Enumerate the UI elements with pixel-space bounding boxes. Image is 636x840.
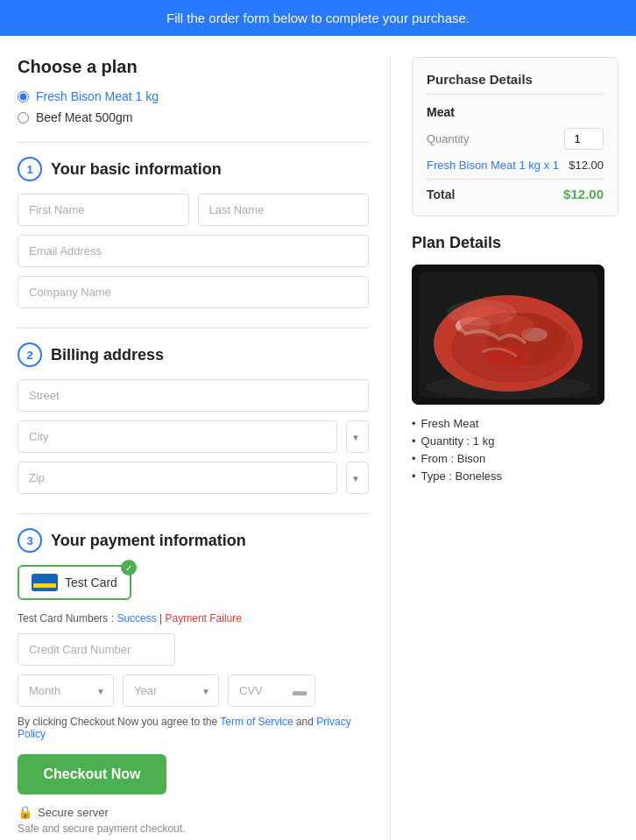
total-label: Total: [427, 187, 455, 201]
company-row: [18, 276, 369, 308]
country-select[interactable]: Country United States United Kingdom: [346, 420, 369, 453]
step3-section: 3 Your payment information Test Card ✓ T…: [18, 528, 369, 835]
expiry-cvv-row: Month 01 02 Year 2024 2025 ▬: [18, 674, 369, 707]
zip-input[interactable]: [18, 462, 337, 494]
year-select[interactable]: Year 2024 2025: [123, 674, 219, 707]
cvv-card-icon: ▬: [293, 683, 307, 699]
month-select[interactable]: Month 01 02: [18, 674, 114, 707]
meat-tray-svg: [412, 265, 604, 405]
step2-title: Billing address: [51, 346, 164, 364]
checkout-button[interactable]: Checkout Now: [18, 754, 166, 794]
check-badge: ✓: [121, 560, 137, 575]
plan-label-beef: Beef Meat 500gm: [36, 110, 133, 124]
item-name: Fresh Bison Meat 1 kg x 1: [427, 159, 559, 172]
plan-bullet-item: Type : Boneless: [412, 469, 618, 483]
card-option[interactable]: Test Card ✓: [18, 565, 131, 600]
state-wrapper: -: [346, 462, 369, 494]
divider-2: [18, 328, 369, 328]
quantity-label: Quantity: [427, 132, 469, 145]
year-wrapper: Year 2024 2025: [123, 674, 219, 707]
safe-text: Safe and secure payment checkout.: [18, 822, 369, 835]
city-input[interactable]: [18, 420, 337, 453]
city-country-row: Country United States United Kingdom: [18, 420, 369, 453]
company-input[interactable]: [18, 276, 369, 308]
success-link[interactable]: Success: [117, 612, 156, 625]
meat-image: [412, 265, 604, 405]
choose-plan-title: Choose a plan: [18, 57, 369, 77]
meat-label: Meat: [427, 105, 604, 119]
email-input[interactable]: [18, 235, 369, 267]
plan-bullets: Fresh MeatQuantity : 1 kgFrom : BisonTyp…: [412, 417, 618, 483]
total-row: Total $12.00: [427, 187, 604, 201]
plan-bullet-item: Quantity : 1 kg: [412, 434, 618, 448]
right-panel: Purchase Details Meat Quantity Fresh Bis…: [391, 57, 618, 840]
test-card-numbers: Test Card Numbers : Success | Payment Fa…: [18, 612, 369, 625]
plan-label-bison: Fresh Bison Meat 1 kg: [36, 89, 159, 103]
svg-point-12: [447, 300, 517, 326]
plan-option-bison[interactable]: Fresh Bison Meat 1 kg: [18, 89, 369, 103]
plan-details-section: Plan Details: [412, 234, 618, 483]
name-row: [18, 194, 369, 226]
total-price: $12.00: [563, 187, 604, 201]
email-row: [18, 235, 369, 267]
step1-title: Your basic information: [51, 160, 222, 179]
divider-1: [18, 142, 369, 143]
card-label: Test Card: [65, 575, 117, 589]
step3-title: Your payment information: [51, 532, 246, 550]
plan-radio-beef[interactable]: [18, 112, 29, 124]
step1-circle: 1: [18, 157, 42, 181]
card-icon: [32, 574, 58, 591]
main-container: Choose a plan Fresh Bison Meat 1 kg Beef…: [0, 36, 636, 840]
secure-server-text: Secure server: [38, 806, 109, 819]
step2-header: 2 Billing address: [18, 342, 369, 367]
credit-card-input[interactable]: [18, 633, 175, 666]
purchase-details-title: Purchase Details: [427, 72, 604, 95]
street-row: [18, 379, 369, 412]
plan-details-title: Plan Details: [412, 234, 618, 252]
terms-text: By clicking Checkout Now you agree to th…: [18, 716, 369, 740]
step3-circle: 3: [18, 528, 42, 553]
cvv-wrapper: ▬: [228, 674, 315, 707]
plan-bullet-item: From : Bison: [412, 452, 618, 465]
item-row: Fresh Bison Meat 1 kg x 1 $12.00: [427, 159, 604, 180]
plan-option-beef[interactable]: Beef Meat 500gm: [18, 110, 369, 124]
purchase-details-box: Purchase Details Meat Quantity Fresh Bis…: [412, 57, 618, 216]
street-input[interactable]: [18, 379, 369, 412]
quantity-input[interactable]: [564, 128, 604, 150]
step3-header: 3 Your payment information: [18, 528, 369, 553]
zip-state-row: -: [18, 462, 369, 494]
lock-icon: 🔒: [18, 805, 32, 819]
step2-circle: 2: [18, 342, 42, 367]
first-name-input[interactable]: [18, 194, 189, 226]
plan-options: Fresh Bison Meat 1 kg Beef Meat 500gm: [18, 89, 369, 124]
step1-section: 1 Your basic information: [18, 157, 369, 308]
failure-link[interactable]: Payment Failure: [166, 612, 242, 625]
left-panel: Choose a plan Fresh Bison Meat 1 kg Beef…: [18, 57, 391, 840]
item-price: $12.00: [569, 159, 604, 172]
plan-bullet-item: Fresh Meat: [412, 417, 618, 430]
state-select[interactable]: -: [346, 462, 369, 494]
secure-section: 🔒 Secure server: [18, 805, 369, 819]
step1-header: 1 Your basic information: [18, 157, 369, 181]
terms-of-service-link[interactable]: Term of Service: [220, 716, 293, 728]
country-wrapper: Country United States United Kingdom: [346, 420, 369, 453]
divider-3: [18, 513, 369, 514]
last-name-input[interactable]: [198, 194, 370, 226]
credit-card-row: [18, 633, 369, 666]
step2-section: 2 Billing address Country United States …: [18, 342, 369, 494]
quantity-row: Quantity: [427, 128, 604, 150]
banner-text: Fill the order form below to complete yo…: [166, 11, 470, 25]
plan-radio-bison[interactable]: [18, 91, 29, 102]
top-banner: Fill the order form below to complete yo…: [0, 0, 636, 36]
month-wrapper: Month 01 02: [18, 674, 114, 707]
